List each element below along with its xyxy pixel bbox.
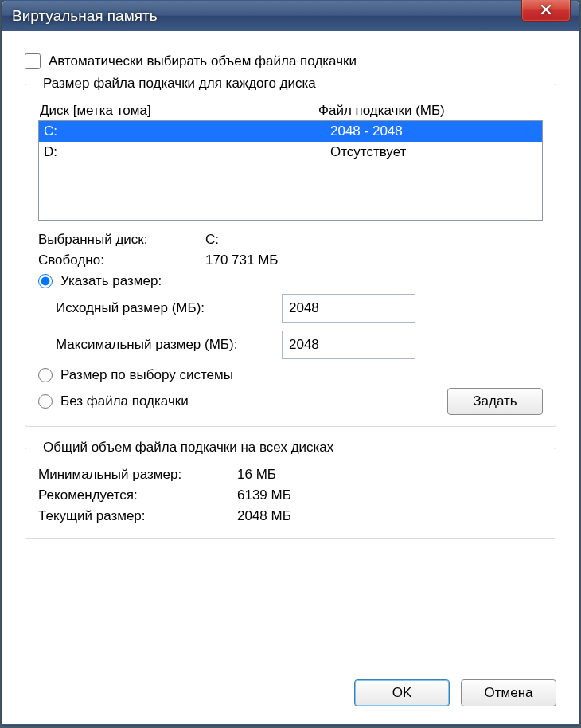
totals-group: Общий объем файла подкачки на всех диска… <box>25 440 556 539</box>
ok-button[interactable]: OK <box>354 679 450 706</box>
cancel-button[interactable]: Отмена <box>461 679 556 706</box>
per-disk-legend: Размер файла подкачки для каждого диска <box>38 76 321 92</box>
custom-size-radio[interactable] <box>38 274 53 288</box>
maximum-size-label: Максимальный размер (МБ): <box>56 337 282 353</box>
initial-size-label: Исходный размер (МБ): <box>56 300 282 316</box>
disk-cell: C: <box>44 121 330 142</box>
no-paging-label[interactable]: Без файла подкачки <box>60 393 189 409</box>
selected-disk-label: Выбранный диск: <box>38 232 205 248</box>
disk-list[interactable]: C: 2048 - 2048 D: Отсутствует <box>38 120 543 221</box>
system-managed-radio[interactable] <box>38 368 53 382</box>
minimum-value: 16 МБ <box>237 467 276 483</box>
disk-row[interactable]: C: 2048 - 2048 <box>39 121 542 142</box>
pf-cell: Отсутствует <box>330 142 537 162</box>
custom-size-label[interactable]: Указать размер: <box>60 273 162 289</box>
free-space-value: 170 731 МБ <box>205 252 279 268</box>
selected-disk-value: C: <box>205 232 219 248</box>
auto-manage-label[interactable]: Автоматически выбирать объем файла подка… <box>49 53 357 69</box>
current-label: Текущий размер: <box>38 508 237 524</box>
minimum-label: Минимальный размер: <box>38 467 237 483</box>
recommended-value: 6139 МБ <box>237 487 291 503</box>
maximum-size-input[interactable] <box>282 331 415 359</box>
auto-manage-checkbox[interactable] <box>25 53 41 69</box>
current-value: 2048 МБ <box>237 508 291 524</box>
client-area: Автоматически выбирать объем файла подка… <box>9 37 572 718</box>
close-icon <box>540 4 552 15</box>
dialog-buttons: OK Отмена <box>354 679 556 706</box>
virtual-memory-dialog: Виртуальная память Автоматически выбират… <box>2 0 579 725</box>
title-bar: Виртуальная память <box>2 1 579 31</box>
system-managed-label[interactable]: Размер по выбору системы <box>60 367 233 383</box>
list-header: Диск [метка тома] Файл подкачки (МБ) <box>40 103 541 119</box>
recommended-label: Рекомендуется: <box>38 487 237 503</box>
per-disk-group: Размер файла подкачки для каждого диска … <box>25 76 556 427</box>
col-disk-header: Диск [метка тома] <box>40 103 318 119</box>
no-paging-radio[interactable] <box>38 394 53 409</box>
col-pf-header: Файл подкачки (МБ) <box>318 103 541 119</box>
totals-legend: Общий объем файла подкачки на всех диска… <box>38 440 338 456</box>
set-button[interactable]: Задать <box>447 388 543 415</box>
pf-cell: 2048 - 2048 <box>330 121 537 142</box>
free-space-label: Свободно: <box>38 252 205 268</box>
disk-cell: D: <box>44 142 330 162</box>
close-button[interactable] <box>521 0 571 22</box>
window-title: Виртуальная память <box>12 7 158 25</box>
initial-size-input[interactable] <box>282 294 415 323</box>
disk-row[interactable]: D: Отсутствует <box>39 142 542 162</box>
